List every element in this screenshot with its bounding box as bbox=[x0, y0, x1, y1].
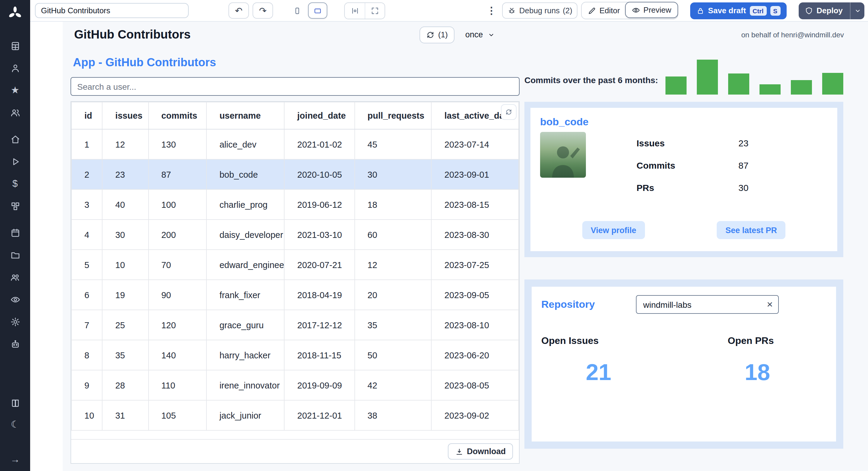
commit-bar bbox=[760, 84, 781, 95]
table-cell: jack_junior bbox=[207, 400, 284, 430]
table-cell: 10 bbox=[102, 250, 148, 280]
dollar-icon: $ bbox=[12, 179, 18, 189]
column-header[interactable]: commits bbox=[148, 102, 207, 129]
contributors-table: idissuescommitsusernamejoined_datepull_r… bbox=[70, 101, 520, 464]
table-row[interactable]: 51070edward_engineer2020-07-21122023-07-… bbox=[71, 250, 519, 280]
table-cell: 110 bbox=[148, 370, 207, 400]
repository-input[interactable] bbox=[642, 299, 767, 310]
column-header[interactable]: issues bbox=[102, 102, 148, 129]
table-cell: 50 bbox=[354, 340, 431, 370]
open-prs-label: Open PRs bbox=[702, 335, 800, 346]
deploy-dropdown-button[interactable] bbox=[850, 2, 864, 19]
column-header[interactable]: pull_requests bbox=[354, 102, 431, 129]
editor-tab-button[interactable]: Editor bbox=[582, 2, 626, 19]
table-cell: 31 bbox=[102, 400, 148, 430]
left-gutter bbox=[30, 22, 63, 471]
sidebar-item-users[interactable] bbox=[7, 106, 23, 119]
table-cell: harry_hacker bbox=[207, 340, 284, 370]
app-title-input[interactable] bbox=[35, 3, 189, 18]
preview-tab-button[interactable]: Preview bbox=[625, 2, 678, 18]
table-cell: 120 bbox=[148, 310, 207, 340]
deploy-button[interactable]: Deploy bbox=[798, 2, 864, 19]
table-row[interactable]: 928110irene_innovator2019-09-09422023-08… bbox=[71, 370, 519, 400]
table-row[interactable]: 1031105jack_junior2021-12-01382023-09-02 bbox=[71, 400, 519, 430]
sidebar-item-resources[interactable] bbox=[7, 199, 23, 213]
sidebar-item-schedules[interactable] bbox=[7, 226, 23, 239]
contributor-username: bob_code bbox=[540, 116, 828, 128]
gear-icon bbox=[10, 316, 20, 327]
clear-repository-button[interactable]: × bbox=[767, 299, 773, 310]
table-row[interactable]: 112130alice_dev2021-01-02452023-07-14 bbox=[71, 129, 519, 159]
column-header[interactable]: joined_date bbox=[284, 102, 354, 129]
eye-icon bbox=[10, 294, 20, 304]
debug-runs-button[interactable]: Debug runs (2) bbox=[502, 2, 578, 19]
sidebar-item-variables[interactable]: $ bbox=[7, 177, 23, 190]
table-cell: alice_dev bbox=[207, 129, 284, 159]
table-refresh-button[interactable] bbox=[501, 104, 517, 120]
table-cell: grace_guru bbox=[207, 310, 284, 340]
table-cell: 2018-11-15 bbox=[284, 340, 354, 370]
sidebar-item-docs[interactable] bbox=[7, 396, 23, 410]
table-cell: 2023-06-20 bbox=[432, 340, 519, 370]
download-label: Download bbox=[467, 447, 506, 456]
view-profile-button[interactable]: View profile bbox=[582, 221, 645, 239]
commit-bar bbox=[697, 60, 718, 95]
search-input[interactable] bbox=[70, 77, 520, 96]
repository-title: Repository bbox=[541, 298, 595, 310]
save-draft-button[interactable]: Save draft Ctrl S bbox=[690, 2, 786, 19]
table-cell: 2020-07-21 bbox=[284, 250, 354, 280]
justify-center-button[interactable] bbox=[345, 3, 365, 19]
sidebar-item-dark-mode[interactable]: ☾ bbox=[7, 418, 23, 431]
sidebar-item-favorites[interactable]: ★ bbox=[7, 84, 23, 97]
open-prs-block: Open PRs 18 bbox=[684, 335, 827, 385]
workspace: GitHub Contributors (1) once on behalf o… bbox=[30, 22, 868, 471]
mobile-view-button[interactable] bbox=[287, 2, 307, 19]
open-issues-block: Open Issues 21 bbox=[541, 335, 684, 385]
justify-icon bbox=[350, 6, 359, 15]
stat-label: PRs bbox=[637, 182, 738, 193]
sidebar-item-workers[interactable] bbox=[7, 337, 23, 350]
table-cell: bob_code bbox=[207, 159, 284, 190]
contributor-card: bob_code Issues 23 bbox=[530, 108, 837, 251]
moon-icon: ☾ bbox=[11, 420, 20, 430]
undo-button[interactable]: ↶ bbox=[228, 2, 249, 19]
preview-eye-icon bbox=[632, 6, 641, 14]
table-cell: 2023-08-30 bbox=[432, 220, 519, 250]
sidebar-item-runs[interactable] bbox=[7, 155, 23, 168]
fullscreen-icon bbox=[371, 6, 379, 15]
table-row[interactable]: 835140harry_hacker2018-11-15502023-06-20 bbox=[71, 340, 519, 370]
app-header-controls: (1) once bbox=[420, 26, 498, 43]
sidebar-item-settings[interactable] bbox=[7, 315, 23, 328]
table-row[interactable]: 61990frank_fixer2018-04-19202023-09-05 bbox=[71, 280, 519, 310]
sidebar-item-folders[interactable] bbox=[7, 248, 23, 261]
sidebar-group-admin bbox=[7, 226, 23, 350]
table-cell: 2017-12-12 bbox=[284, 310, 354, 340]
table-row[interactable]: 340100charlie_prog2019-06-12182023-08-15 bbox=[71, 190, 519, 220]
see-latest-pr-button[interactable]: See latest PR bbox=[717, 221, 785, 239]
app-refresh-button[interactable]: (1) bbox=[420, 26, 455, 43]
table-cell: 40 bbox=[102, 190, 148, 220]
schedule-dropdown[interactable]: once bbox=[462, 30, 499, 40]
download-button[interactable]: Download bbox=[447, 443, 513, 460]
kebab-icon: ⋮ bbox=[487, 5, 496, 16]
table-row[interactable]: 725120grace_guru2017-12-12352023-08-10 bbox=[71, 310, 519, 340]
table-row[interactable]: 22387bob_code2020-10-05302023-09-01 bbox=[71, 159, 519, 190]
open-issues-label: Open Issues bbox=[541, 335, 684, 346]
column-header[interactable]: username bbox=[207, 102, 284, 129]
sidebar-item-groups[interactable] bbox=[7, 270, 23, 284]
redo-button[interactable]: ↷ bbox=[253, 2, 273, 19]
sidebar-item-audit[interactable] bbox=[7, 293, 23, 306]
more-options-button[interactable]: ⋮ bbox=[484, 5, 499, 16]
windmill-logo-icon[interactable] bbox=[7, 5, 23, 24]
sidebar-item-user[interactable] bbox=[7, 61, 23, 75]
sidebar-item-home[interactable] bbox=[7, 133, 23, 146]
sidebar-item-apps[interactable] bbox=[7, 39, 23, 53]
table-row[interactable]: 430200daisy_developer2021-03-10602023-08… bbox=[71, 220, 519, 250]
fullscreen-button[interactable] bbox=[365, 3, 384, 19]
repository-input-wrap: × bbox=[636, 295, 779, 314]
open-issues-value: 21 bbox=[541, 360, 656, 385]
desktop-view-button[interactable] bbox=[308, 2, 327, 19]
sidebar-expand-button[interactable]: → bbox=[7, 453, 23, 466]
column-header[interactable]: id bbox=[71, 102, 102, 129]
table-cell: 6 bbox=[71, 280, 102, 310]
